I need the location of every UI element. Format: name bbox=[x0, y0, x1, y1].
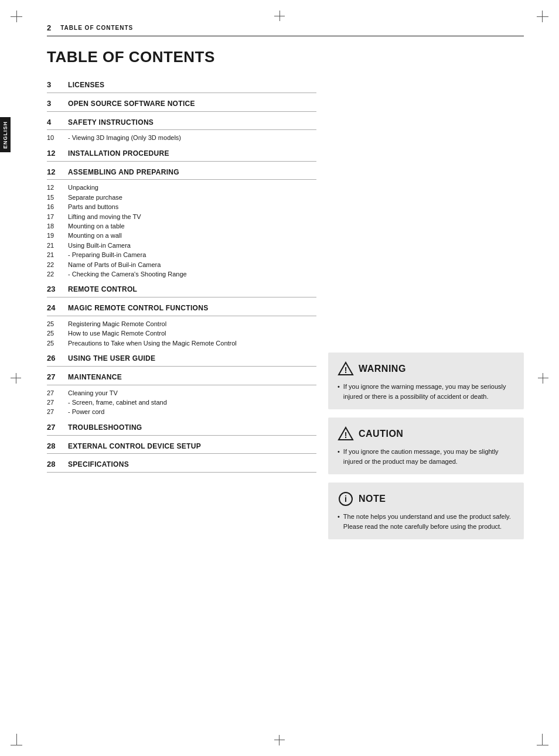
toc-sub-entries-safety: 10- Viewing 3D Imaging (Only 3D models) bbox=[47, 134, 316, 142]
toc-section-header-installation: 12INSTALLATION PROCEDURE bbox=[47, 149, 316, 162]
toc-section-num-safety: 4 bbox=[47, 118, 68, 126]
center-mark-right bbox=[537, 372, 548, 384]
warning-title: WARNING bbox=[359, 364, 406, 374]
corner-mark-br bbox=[537, 734, 548, 745]
toc-sub-label: Registering Magic Remote Control bbox=[68, 320, 166, 329]
toc-sub-label: - Preparing Built-in Camera bbox=[68, 251, 146, 259]
toc-sub-entries-maintenance: 27Cleaning your TV27- Screen, frame, cab… bbox=[47, 389, 316, 417]
toc-sub-num: 18 bbox=[47, 223, 68, 230]
toc-section-header-safety: 4SAFETY INSTRUCTIONS bbox=[47, 118, 316, 131]
svg-text:!: ! bbox=[345, 430, 347, 440]
toc-sub-entry: 15Separate purchase bbox=[47, 193, 316, 202]
toc-section-num-open-source: 3 bbox=[47, 99, 68, 108]
toc-section-label-remote-control: REMOTE CONTROL bbox=[68, 285, 137, 295]
note-title: NOTE bbox=[359, 494, 386, 504]
warning-box: ! WARNING • If you ignore the warning me… bbox=[328, 353, 524, 409]
toc-section-header-user-guide: 26USING THE USER GUIDE bbox=[47, 354, 316, 367]
corner-mark-tr bbox=[537, 11, 548, 22]
svg-text:!: ! bbox=[345, 365, 347, 375]
toc-section-label-user-guide: USING THE USER GUIDE bbox=[68, 354, 155, 364]
note-icon: i bbox=[338, 491, 354, 507]
toc-sub-num: 22 bbox=[47, 261, 68, 268]
toc-sub-num: 16 bbox=[47, 203, 68, 210]
toc-section-header-magic-remote: 24MAGIC REMOTE CONTROL FUNCTIONS bbox=[47, 303, 316, 316]
toc-section-header-external-control: 28EXTERNAL CONTROL DEVICE SETUP bbox=[47, 442, 316, 454]
toc-sub-entries-magic-remote: 25Registering Magic Remote Control25How … bbox=[47, 320, 316, 348]
center-mark-bottom bbox=[274, 734, 285, 745]
content-area: TABLE OF CONTENTS 3LICENSES3OPEN SOURCE … bbox=[0, 48, 559, 548]
toc-section-header-remote-control: 23REMOTE CONTROL bbox=[47, 285, 316, 297]
toc-sub-num: 27 bbox=[47, 389, 68, 396]
toc-sub-entry: 25How to use Magic Remote Control bbox=[47, 329, 316, 338]
warning-icon: ! bbox=[338, 361, 354, 377]
toc-section-num-remote-control: 23 bbox=[47, 285, 68, 293]
toc-sub-label: Unpacking bbox=[68, 183, 98, 192]
toc-sub-num: 19 bbox=[47, 232, 68, 239]
toc-sub-entry: 27- Power cord bbox=[47, 408, 316, 416]
toc-sub-label: Separate purchase bbox=[68, 193, 122, 202]
caution-title-row: ! CAUTION bbox=[338, 426, 514, 442]
right-column: ! WARNING • If you ignore the warning me… bbox=[328, 48, 524, 548]
caution-box: ! CAUTION • If you ignore the caution me… bbox=[328, 418, 524, 474]
toc-section-label-troubleshooting: TROUBLESHOOTING bbox=[68, 423, 142, 433]
toc-sub-num: 27 bbox=[47, 399, 68, 406]
toc-section-label-external-control: EXTERNAL CONTROL DEVICE SETUP bbox=[68, 442, 201, 451]
toc-sub-label: - Power cord bbox=[68, 408, 104, 416]
toc-sub-label: - Checking the Camera's Shooting Range bbox=[68, 270, 187, 279]
toc-section-num-external-control: 28 bbox=[47, 442, 68, 450]
toc-sub-num: 21 bbox=[47, 242, 68, 249]
note-text: • The note helps you understand and use … bbox=[338, 512, 514, 531]
toc-section-num-maintenance: 27 bbox=[47, 372, 68, 381]
toc-section-num-licenses: 3 bbox=[47, 80, 68, 89]
toc-sub-entries-assembling: 12Unpacking15Separate purchase16Parts an… bbox=[47, 183, 316, 279]
page-header: 2 TABLE OF CONTENTS bbox=[0, 23, 559, 36]
toc-section-label-specifications: SPECIFICATIONS bbox=[68, 460, 129, 470]
toc-sub-entry: 22Name of Parts of Buil-in Camera bbox=[47, 261, 316, 269]
toc-section-header-assembling: 12ASSEMBLING AND PREPARING bbox=[47, 167, 316, 180]
toc-sub-label: Lifting and moving the TV bbox=[68, 213, 141, 221]
toc-section-header-licenses: 3LICENSES bbox=[47, 80, 316, 93]
toc-sub-num: 15 bbox=[47, 194, 68, 201]
toc-sub-label: Mounting on a table bbox=[68, 222, 125, 231]
toc-section-header-open-source: 3OPEN SOURCE SOFTWARE NOTICE bbox=[47, 99, 316, 112]
toc-section-num-user-guide: 26 bbox=[47, 354, 68, 362]
page-header-title: TABLE OF CONTENTS bbox=[60, 25, 133, 31]
toc-sub-num: 25 bbox=[47, 330, 68, 337]
toc-sub-num: 25 bbox=[47, 340, 68, 347]
caution-title: CAUTION bbox=[359, 429, 403, 439]
english-tab: ENGLISH bbox=[0, 117, 11, 152]
toc-section-label-safety: SAFETY INSTRUCTIONS bbox=[68, 118, 154, 128]
center-mark-top bbox=[274, 11, 285, 22]
toc-sub-entry: 21- Preparing Built-in Camera bbox=[47, 251, 316, 259]
corner-mark-bl bbox=[11, 734, 22, 745]
toc-section-label-maintenance: MAINTENANCE bbox=[68, 372, 122, 382]
page-number: 2 bbox=[47, 23, 51, 32]
toc-sub-label: Cleaning your TV bbox=[68, 389, 118, 398]
toc-sub-num: 25 bbox=[47, 320, 68, 327]
toc-section-header-specifications: 28SPECIFICATIONS bbox=[47, 460, 316, 473]
toc-section-label-magic-remote: MAGIC REMOTE CONTROL FUNCTIONS bbox=[68, 303, 208, 313]
toc-sub-entry: 21Using Built-in Camera bbox=[47, 241, 316, 250]
toc-sub-num: 21 bbox=[47, 251, 68, 258]
center-mark-left bbox=[11, 372, 22, 384]
toc-sub-entry: 22- Checking the Camera's Shooting Range bbox=[47, 270, 316, 279]
toc-sub-entry: 18Mounting on a table bbox=[47, 222, 316, 231]
toc-sub-label: Precautions to Take when Using the Magic… bbox=[68, 339, 237, 348]
toc-sub-entry: 19Mounting on a wall bbox=[47, 231, 316, 240]
toc-main-title: TABLE OF CONTENTS bbox=[47, 48, 316, 66]
caution-text: • If you ignore the caution message, you… bbox=[338, 447, 514, 466]
page: ENGLISH 2 TABLE OF CONTENTS TABLE OF CON… bbox=[0, 0, 559, 756]
toc-section-label-installation: INSTALLATION PROCEDURE bbox=[68, 149, 169, 159]
toc-section-num-troubleshooting: 27 bbox=[47, 423, 68, 432]
toc-sub-num: 10 bbox=[47, 134, 68, 141]
toc-sub-entry: 16Parts and buttons bbox=[47, 203, 316, 211]
toc-sub-label: Name of Parts of Buil-in Camera bbox=[68, 261, 161, 269]
toc-sub-entry: 25Precautions to Take when Using the Mag… bbox=[47, 339, 316, 348]
warning-text: • If you ignore the warning message, you… bbox=[338, 382, 514, 401]
toc-sub-num: 22 bbox=[47, 271, 68, 278]
toc-sub-num: 12 bbox=[47, 184, 68, 191]
toc-sub-label: Parts and buttons bbox=[68, 203, 118, 211]
toc-section-num-specifications: 28 bbox=[47, 460, 68, 468]
toc-sub-label: - Viewing 3D Imaging (Only 3D models) bbox=[68, 134, 181, 142]
note-box: i NOTE • The note helps you understand a… bbox=[328, 483, 524, 539]
